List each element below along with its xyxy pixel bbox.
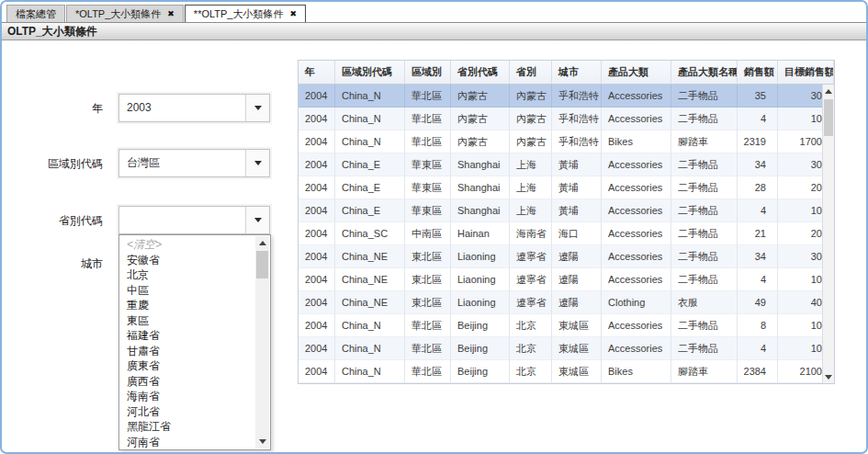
province-code-combobox-arrow-button[interactable] bbox=[245, 207, 269, 233]
table-row[interactable]: 2004China_N華北區Beijing北京東城區Bikes腳踏車238421… bbox=[299, 360, 834, 383]
dropdown-scrollbar-thumb[interactable] bbox=[256, 251, 268, 278]
table-cell: China_NE bbox=[335, 291, 405, 314]
dropdown-option[interactable]: 北京 bbox=[120, 267, 254, 283]
table-cell: China_E bbox=[335, 176, 405, 199]
table-cell: 2004 bbox=[299, 337, 335, 360]
column-header[interactable]: 產品大類 bbox=[602, 61, 671, 84]
table-row[interactable]: 2004China_N華北區內蒙古內蒙古乎和浩特Bikes腳踏車23191700 bbox=[299, 131, 834, 153]
table-cell: 內蒙古 bbox=[510, 131, 552, 153]
column-header[interactable]: 目標銷售額 bbox=[778, 61, 834, 84]
dropdown-option[interactable]: 黑龍江省 bbox=[120, 419, 254, 435]
table-cell: Accessories bbox=[602, 108, 671, 131]
year-combobox[interactable]: 2003 bbox=[118, 94, 270, 122]
dropdown-option[interactable]: 廣西省 bbox=[120, 374, 254, 390]
table-cell: 華北區 bbox=[405, 360, 451, 383]
table-scrollbar[interactable] bbox=[822, 85, 834, 383]
table-cell: 華東區 bbox=[405, 199, 451, 222]
table-cell: 二手物品 bbox=[671, 199, 738, 222]
table-scrollbar-thumb[interactable] bbox=[824, 99, 833, 136]
table-cell: 二手物品 bbox=[671, 268, 738, 291]
dropdown-option[interactable]: 廣東省 bbox=[120, 358, 254, 374]
table-cell: 乎和浩特 bbox=[552, 131, 602, 153]
table-cell: 49 bbox=[738, 291, 778, 314]
column-header[interactable]: 產品大類名稱 bbox=[671, 61, 738, 84]
table-cell: China_E bbox=[335, 153, 405, 176]
table-row[interactable]: 2004China_NE東北區Liaoning遼寧省遼陽Accessories二… bbox=[299, 268, 834, 291]
table-row[interactable]: 2004China_NE東北區Liaoning遼寧省遼陽Accessories二… bbox=[299, 245, 834, 268]
tab-2[interactable]: *OLTP_大小類條件✖ bbox=[66, 5, 184, 22]
scroll-down-icon[interactable] bbox=[823, 370, 834, 383]
column-header[interactable]: 年 bbox=[299, 61, 335, 84]
table-cell: 黃埔 bbox=[552, 153, 602, 176]
tab-1[interactable]: 檔案總管 bbox=[6, 5, 65, 22]
table-cell: 內蒙古 bbox=[451, 108, 510, 131]
table-cell: 2004 bbox=[299, 222, 335, 245]
close-icon[interactable]: ✖ bbox=[167, 10, 175, 18]
scroll-down-icon[interactable] bbox=[255, 435, 269, 448]
table-cell: 乎和浩特 bbox=[552, 85, 602, 108]
table-row[interactable]: 2004China_NE東北區Liaoning遼寧省遼陽Clothing衣服49… bbox=[299, 291, 834, 314]
table-row[interactable]: 2004China_N華北區Beijing北京東城區Accessories二手物… bbox=[299, 337, 834, 360]
table-cell: 遼寧省 bbox=[510, 291, 552, 314]
dropdown-option[interactable]: <清空> bbox=[120, 237, 254, 253]
table-cell: China_N bbox=[335, 360, 405, 383]
table-cell: 二手物品 bbox=[671, 222, 738, 245]
table-cell: 二手物品 bbox=[671, 108, 738, 131]
table-cell: 內蒙古 bbox=[451, 85, 510, 108]
column-header[interactable]: 區域別 bbox=[405, 61, 451, 84]
province-code-combobox[interactable] bbox=[118, 206, 270, 234]
close-icon[interactable]: ✖ bbox=[289, 10, 297, 18]
column-header[interactable]: 區域別代碼 bbox=[335, 61, 405, 84]
table-cell: 華東區 bbox=[405, 176, 451, 199]
dropdown-option[interactable]: 福建省 bbox=[120, 328, 254, 344]
dropdown-option[interactable]: 東區 bbox=[120, 313, 254, 329]
region-code-combobox[interactable]: 台灣區 bbox=[118, 149, 270, 177]
table-cell: 內蒙古 bbox=[510, 85, 552, 108]
dropdown-option[interactable]: 重慶 bbox=[120, 298, 254, 313]
column-header[interactable]: 銷售額 bbox=[738, 61, 778, 84]
dropdown-option[interactable]: 河北省 bbox=[120, 404, 254, 420]
column-header[interactable]: 城市 bbox=[552, 61, 602, 84]
table-cell: 東城區 bbox=[552, 314, 602, 337]
app-window: 檔案總管*OLTP_大小類條件✖**OLTP_大小類條件✖ OLTP_大小類條件… bbox=[0, 0, 868, 454]
dropdown-option[interactable]: 安徽省 bbox=[120, 253, 254, 268]
table-cell: 21 bbox=[738, 222, 778, 245]
table-row[interactable]: 2004China_E華東區Shanghai上海黃埔Accessories二手物… bbox=[299, 153, 834, 176]
table-cell: 華北區 bbox=[405, 85, 451, 108]
dropdown-option[interactable]: 甘肅省 bbox=[120, 344, 254, 359]
table-cell: 內蒙古 bbox=[451, 131, 510, 153]
table-cell: 東城區 bbox=[552, 337, 602, 360]
dropdown-option[interactable]: 海南省 bbox=[120, 389, 254, 404]
tab-label: **OLTP_大小類條件 bbox=[194, 7, 284, 21]
table-cell: 遼陽 bbox=[552, 245, 602, 268]
region-code-combobox-arrow-button[interactable] bbox=[245, 150, 269, 176]
field-label-province-code: 省別代碼 bbox=[2, 213, 103, 229]
column-header[interactable]: 省別代碼 bbox=[451, 61, 510, 84]
scroll-up-icon[interactable] bbox=[823, 85, 834, 97]
dropdown-option[interactable]: 中區 bbox=[120, 283, 254, 299]
scroll-up-icon[interactable] bbox=[255, 236, 269, 250]
table-row[interactable]: 2004China_N華北區Beijing北京東城區Accessories二手物… bbox=[299, 314, 834, 337]
table-cell: 內蒙古 bbox=[510, 108, 552, 131]
field-label-year: 年 bbox=[2, 101, 103, 117]
table-row[interactable]: 2004China_E華東區Shanghai上海黃埔Accessories二手物… bbox=[299, 199, 834, 222]
table-cell: Accessories bbox=[602, 337, 671, 360]
table-body: 2004China_N華北區內蒙古內蒙古乎和浩特Accessories二手物品3… bbox=[299, 85, 834, 383]
tab-label: 檔案總管 bbox=[16, 7, 56, 21]
table-cell: 北京 bbox=[510, 360, 552, 383]
dropdown-scrollbar[interactable] bbox=[255, 236, 269, 448]
table-cell: 腳踏車 bbox=[671, 360, 738, 383]
table-cell: Liaoning bbox=[451, 268, 510, 291]
dropdown-option[interactable]: 河南省 bbox=[120, 435, 254, 449]
year-combobox-arrow-button[interactable] bbox=[245, 95, 269, 121]
table-cell: China_N bbox=[335, 131, 405, 153]
table-cell: 二手物品 bbox=[671, 337, 738, 360]
tab-3[interactable]: **OLTP_大小類條件✖ bbox=[185, 5, 306, 22]
table-row[interactable]: 2004China_N華北區內蒙古內蒙古乎和浩特Accessories二手物品3… bbox=[299, 85, 834, 108]
table-row[interactable]: 2004China_SC中南區Hainan海南省海口Accessories二手物… bbox=[299, 222, 834, 245]
table-row[interactable]: 2004China_N華北區內蒙古內蒙古乎和浩特Accessories二手物品4… bbox=[299, 108, 834, 131]
table-row[interactable]: 2004China_E華東區Shanghai上海黃埔Accessories二手物… bbox=[299, 176, 834, 199]
table-cell: 上海 bbox=[510, 199, 552, 222]
column-header[interactable]: 省別 bbox=[510, 61, 552, 84]
table-cell: 2004 bbox=[299, 108, 335, 131]
